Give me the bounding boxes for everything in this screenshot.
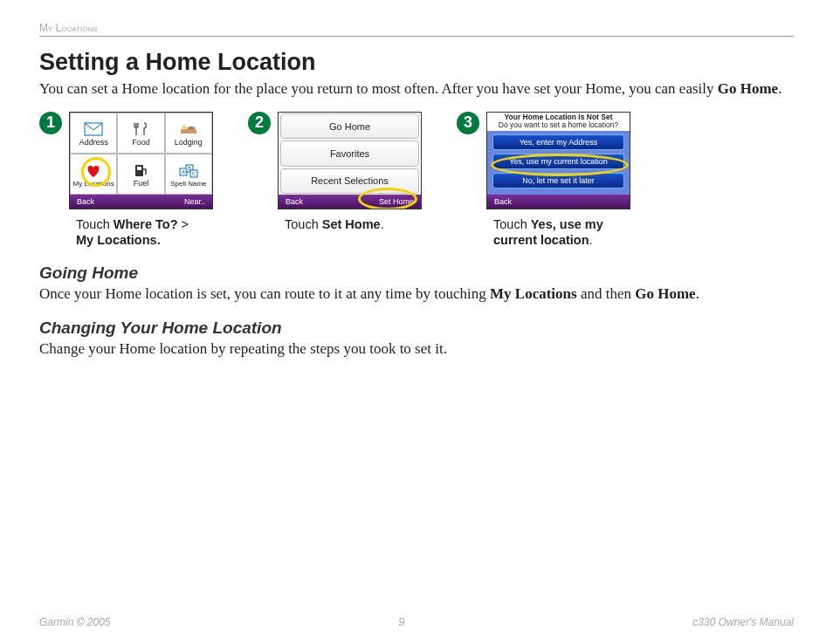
caption-text: . [381,217,384,231]
svg-rect-1 [181,129,196,134]
svg-rect-3 [135,165,143,176]
dialog-subtitle: Do you want to set a home location? [489,121,628,129]
heading-changing-home: Changing Your Home Location [39,319,794,338]
grid-food[interactable]: Food [117,113,164,154]
step-bullet-2: 2 [248,112,271,134]
step-bullet-3: 3 [457,112,479,134]
body-text: . [696,285,699,302]
list-favorites[interactable]: Favorites [280,140,419,166]
envelope-icon [84,120,103,138]
intro-bold: Go Home [718,80,778,97]
back-button[interactable]: Back [487,197,519,206]
screenshot-my-locations: Go Home Favorites Recent Selections Back… [278,112,422,209]
intro-paragraph: You can set a Home location for the plac… [39,79,794,99]
caption-bold: Where To? [114,217,178,231]
caption-text: . [589,233,593,247]
screenshot-where-to: Address Food Lodging My Locations [69,112,213,209]
screenshot-home-not-set: Your Home Location Is Not Set Do you wan… [486,112,630,209]
footer-page-number: 9 [399,616,405,628]
svg-text:C: C [192,171,196,176]
back-button[interactable]: Back [279,197,310,206]
list-go-home[interactable]: Go Home [280,113,419,139]
page-title: Setting a Home Location [39,49,794,76]
back-button[interactable]: Back [70,197,101,206]
dialog-header: Your Home Location Is Not Set Do you wan… [487,113,630,131]
grid-label: Spell Name [170,181,206,188]
opt-enter-address[interactable]: Yes, enter my Address [492,134,624,150]
heart-icon [84,162,103,180]
svg-rect-4 [137,167,141,170]
caption-bold: Set Home [322,217,381,231]
step2-caption: Touch Set Home. [285,216,422,232]
grid-label: Lodging [175,139,203,147]
svg-text:A: A [182,169,185,175]
caption-text: > [178,217,189,231]
caption-text: Touch [76,217,114,231]
heading-going-home: Going Home [39,264,794,283]
intro-text-pre: You can set a Home location for the plac… [39,80,718,97]
near-button[interactable]: Near.. [177,197,212,206]
step-1: 1 Address Food Lodging [39,112,213,248]
abc-blocks-icon: ABC [179,162,198,180]
intro-text-post: . [778,80,781,97]
step1-caption: Touch Where To? > My Locations. [76,216,213,248]
grid-address[interactable]: Address [70,113,117,154]
caption-bold: current location [493,233,589,247]
grid-fuel[interactable]: Fuel [117,154,164,195]
screen3-bottom-bar: Back [487,195,630,209]
caption-text: Touch [285,217,322,231]
footer-left: Garmin © 2005 [39,616,111,628]
caption-bold: Yes, use my [531,217,603,231]
page-footer: Garmin © 2005 9 c330 Owner's Manual [39,616,794,628]
caption-bold: My Locations. [76,233,161,247]
set-home-button[interactable]: Set Home [372,197,421,206]
svg-point-2 [182,126,186,130]
steps-row: 1 Address Food Lodging [39,112,794,248]
grid-label: Address [79,139,108,147]
page-header-section: My Locations [39,22,794,37]
going-home-paragraph: Once your Home location is set, you can … [39,284,794,305]
caption-text: Touch [493,217,531,231]
grid-label: Food [132,139,150,147]
grid-spell-name[interactable]: ABC Spell Name [165,154,212,195]
screen1-bottom-bar: Back Near.. [70,195,212,209]
fuel-pump-icon [131,161,150,179]
step3-caption: Touch Yes, use mycurrent location. [493,216,630,248]
footer-right: c330 Owner's Manual [692,616,794,628]
grid-my-locations[interactable]: My Locations [70,154,117,195]
step-2: 2 Go Home Favorites Recent Selections Ba… [248,112,422,232]
step-bullet-1: 1 [39,112,62,134]
changing-home-paragraph: Change your Home location by repeating t… [39,339,794,360]
opt-use-current-location[interactable]: Yes, use my current location [492,154,624,169]
opt-set-later[interactable]: No, let me set it later [492,173,624,188]
bed-icon [179,120,198,138]
fork-knife-icon [131,120,150,138]
body-text: Once your Home location is set, you can … [39,285,490,302]
body-bold: Go Home [635,285,695,302]
grid-label: Fuel [134,180,149,188]
step-3: 3 Your Home Location Is Not Set Do you w… [457,112,630,248]
grid-lodging[interactable]: Lodging [165,113,212,154]
body-bold: My Locations [490,285,577,302]
grid-label: My Locations [73,181,114,188]
list-recent-selections[interactable]: Recent Selections [280,168,419,194]
body-text: and then [577,285,636,302]
screen2-bottom-bar: Back Set Home [279,195,421,209]
